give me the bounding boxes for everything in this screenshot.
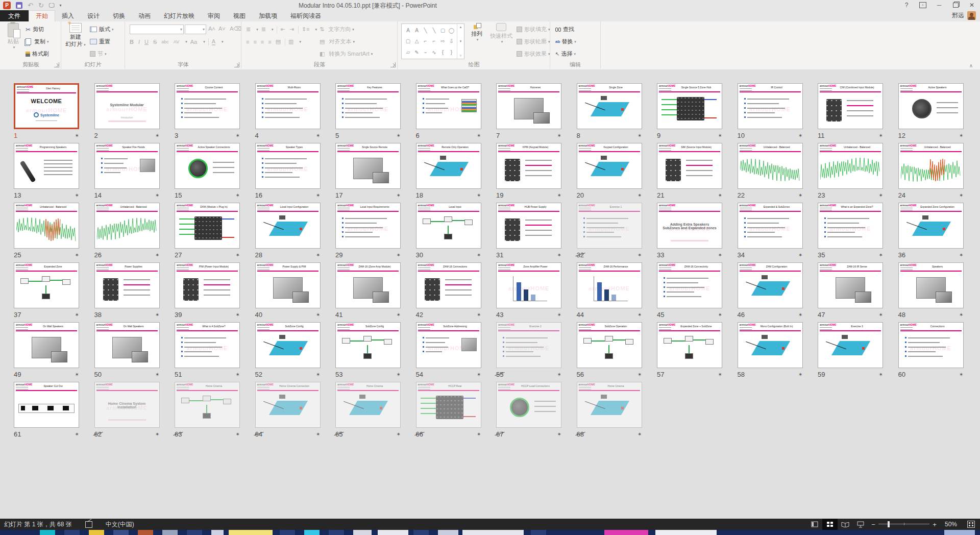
transition-star-icon[interactable]: ✶ <box>155 312 159 318</box>
slide-thumbnail[interactable]: armourHOMEPower Supply & PIM <box>255 262 321 308</box>
slide-thumbnail[interactable]: armourHOMEHomenet <box>496 83 561 129</box>
slide-thumbnail[interactable]: armourHOMEActive Speakers <box>898 83 964 129</box>
slide-thumbnail[interactable]: armourHOMESpeaker Cut Out <box>14 382 79 428</box>
slide-thumbnail[interactable]: armourHOMEZAM-16 (Zone Amp Module) <box>335 262 401 308</box>
ribbon-display-options-icon[interactable]: ^ <box>915 0 931 10</box>
slide-thumbnail[interactable]: armourHOMESubZone Config <box>255 322 321 368</box>
taskbar-item-12[interactable] <box>353 530 372 535</box>
transition-star-icon[interactable]: ✶ <box>798 372 802 377</box>
powerpoint-icon[interactable]: P <box>3 2 11 9</box>
bullet-list-icon[interactable]: ≣ <box>246 26 251 33</box>
shape-glyph-6[interactable]: ▢ <box>406 38 410 44</box>
replace-button[interactable]: ab替换▾ <box>555 36 576 47</box>
numbered-list-icon[interactable]: ≣ <box>261 26 266 33</box>
spell-check-icon[interactable] <box>85 521 92 528</box>
transition-star-icon[interactable]: ✶ <box>557 192 561 198</box>
transition-star-icon[interactable]: ✶ <box>477 133 481 138</box>
transition-star-icon[interactable]: ✶ <box>397 312 401 318</box>
slide-thumbnail[interactable]: armourHOMEDXM (Module + Plug In) <box>175 203 240 249</box>
transition-star-icon[interactable]: ✶ <box>959 372 963 377</box>
transition-star-icon[interactable]: ✶ <box>316 252 320 258</box>
shape-glyph-3[interactable]: ╲ <box>432 28 435 33</box>
tab-slideshow[interactable]: 幻灯片放映 <box>157 10 201 21</box>
taskbar-item-16[interactable] <box>462 530 524 535</box>
clear-formatting-button[interactable]: A⌫ <box>230 26 241 32</box>
transition-star-icon[interactable]: ✶ <box>879 312 883 318</box>
slide-thumbnail[interactable]: armourHOMEExercise 2armourHOME <box>496 322 561 368</box>
tab-foxit[interactable]: 福昕阅读器 <box>284 10 328 21</box>
transition-star-icon[interactable]: ✶ <box>316 192 320 198</box>
tab-file[interactable]: 文件 <box>0 10 29 21</box>
slide-thumbnail[interactable]: armourHOMELocal Input <box>416 203 481 249</box>
slide-thumbnail[interactable]: armourHOMEExercise 3 <box>818 322 883 368</box>
transition-star-icon[interactable]: ✶ <box>236 192 240 198</box>
slide-thumbnail[interactable]: armourHOMEPIM (Power Input Module) <box>175 262 240 308</box>
slide-thumbnail[interactable]: armourHOMECourse ContentarmourHOME <box>175 83 240 129</box>
transition-star-icon[interactable]: ✶ <box>638 312 642 318</box>
undo-icon[interactable]: ↶ <box>28 2 33 9</box>
shape-glyph-7[interactable]: △ <box>415 38 419 44</box>
tab-view[interactable]: 视图 <box>227 10 252 21</box>
strikethrough-button[interactable]: S <box>153 39 157 45</box>
slide-thumbnail[interactable]: armourHOMEKey FeaturesarmourHOME <box>335 83 401 129</box>
transition-star-icon[interactable]: ✶ <box>638 372 642 377</box>
language-indicator[interactable]: 中文(中国) <box>106 520 134 529</box>
cut-button[interactable]: ✂剪切 <box>26 24 44 35</box>
align-text-button[interactable]: ▤对齐文本▾ <box>320 36 355 47</box>
slide-thumbnail[interactable]: armourHOMELocal Input Configuration <box>255 203 321 249</box>
shape-glyph-11[interactable]: ⇩ <box>449 38 453 44</box>
taskbar-item-2[interactable] <box>89 530 104 535</box>
taskbar-item-0[interactable] <box>40 530 55 535</box>
slide-thumbnail[interactable]: armourHOMEZAM-16 ConnectivityarmourHOME <box>657 262 722 308</box>
slide-thumbnail[interactable]: armourHOMERemote Only Operation <box>416 143 481 189</box>
section-button[interactable]: 节▾ <box>90 48 107 59</box>
transition-star-icon[interactable]: ✶ <box>397 431 401 437</box>
taskbar-item-1[interactable] <box>64 530 80 535</box>
taskbar-item-11[interactable] <box>329 530 344 535</box>
shape-glyph-17[interactable]: } <box>451 50 452 55</box>
columns-icon[interactable]: ▥ <box>288 38 293 45</box>
slide-thumbnail[interactable]: armourHOMEMulti-RoomarmourHOME <box>255 83 321 129</box>
tab-design[interactable]: 设计 <box>81 10 106 21</box>
transition-star-icon[interactable]: ✶ <box>879 192 883 198</box>
zoom-slider-thumb[interactable] <box>888 521 890 527</box>
transition-star-icon[interactable]: ✶ <box>798 133 802 138</box>
slide-thumbnail[interactable]: armourHOMEHome Cinema <box>335 382 401 428</box>
font-dialog-launcher-icon[interactable] <box>234 62 239 67</box>
transition-star-icon[interactable]: ✶ <box>75 252 79 258</box>
slide-thumbnail[interactable]: armourHOMEZAM-16 PerformancearmourHOME <box>577 262 642 308</box>
reading-view-icon[interactable] <box>838 519 853 530</box>
slide-thumbnail[interactable]: armourHOMEKeypad Configuration <box>577 143 642 189</box>
zoom-out-button[interactable]: − <box>868 521 878 528</box>
shape-glyph-8[interactable]: ⌐ <box>424 38 427 44</box>
slide-thumbnail[interactable]: armourHOMEWhat is an Expanded Zone?armou… <box>818 203 883 249</box>
transition-star-icon[interactable]: ✶ <box>75 312 79 318</box>
slide-thumbnail[interactable]: armourHOMESubZone Config <box>335 322 401 368</box>
transition-star-icon[interactable]: ✶ <box>75 192 79 198</box>
taskbar-item-9[interactable] <box>280 530 295 535</box>
shape-glyph-13[interactable]: ✎ <box>414 50 419 55</box>
slideshow-from-start-icon[interactable]: 🖵 <box>49 3 55 8</box>
taskbar-item-13[interactable] <box>378 530 408 535</box>
slide-thumbnail[interactable]: armourHOMEHome Cinema <box>175 382 240 428</box>
transition-star-icon[interactable]: ✶ <box>477 312 481 318</box>
shape-glyph-10[interactable]: ⇨ <box>440 38 445 44</box>
tab-home[interactable]: 开始 <box>29 10 55 21</box>
close-button[interactable]: ✕ <box>964 0 980 10</box>
slide-thumbnail[interactable]: armourHOMEZAM-16 IR Sense <box>818 262 883 308</box>
transition-star-icon[interactable]: ✶ <box>155 252 159 258</box>
transition-star-icon[interactable]: ✶ <box>397 192 401 198</box>
account-chip[interactable]: 邢远 <box>952 11 976 20</box>
tab-animations[interactable]: 动画 <box>132 10 157 21</box>
shrink-font-button[interactable]: A˅ <box>218 26 226 32</box>
slide-thumbnail[interactable]: armourHOMEUnbalanced - Balanced <box>94 203 160 249</box>
text-direction-button[interactable]: ⇅文字方向▾ <box>320 24 354 35</box>
select-button[interactable]: ↖选择▾ <box>555 48 576 59</box>
shapes-gallery[interactable]: AA╲╲▢◯▢△⌐⌐⇨⇩▱✎⌣∿{} ▴▾▿ <box>401 23 464 59</box>
slide-thumbnail[interactable]: armourHOMEarmourHOMESystemline ModularIn… <box>94 83 160 129</box>
transition-star-icon[interactable]: ✶ <box>316 372 320 377</box>
transition-star-icon[interactable]: ✶ <box>557 252 561 258</box>
convert-smartart-button[interactable]: ◧转换为 SmartArt▾ <box>320 48 373 59</box>
transition-star-icon[interactable]: ✶ <box>236 312 240 318</box>
slide-thumbnail[interactable]: armourHOMEExpanded Zone Configuration <box>898 203 964 249</box>
